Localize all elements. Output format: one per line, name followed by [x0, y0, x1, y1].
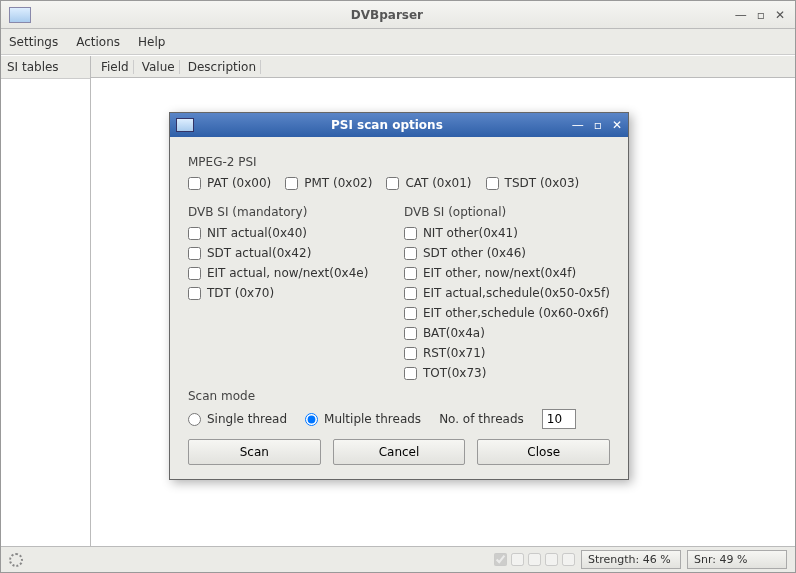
main-window: DVBparser — ▫ ✕ Settings Actions Help SI… — [0, 0, 796, 573]
dvb-optional-col: DVB SI (optional) NIT other(0x41) SDT ot… — [404, 199, 610, 383]
group-dvb-optional-label: DVB SI (optional) — [404, 205, 610, 219]
group-mpeg2psi-label: MPEG-2 PSI — [188, 155, 610, 169]
scan-mode-row: Single thread Multiple threads No. of th… — [188, 409, 610, 429]
window-title: DVBparser — [39, 8, 735, 22]
main-panel: Field Value Description PSI scan options… — [91, 56, 795, 546]
check-eit-other-nownext[interactable]: EIT other, now/next(0x4f) — [404, 263, 610, 283]
col-value: Value — [138, 60, 180, 74]
check-sdt-other[interactable]: SDT other (0x46) — [404, 243, 610, 263]
check-tot-input[interactable] — [404, 367, 417, 380]
scan-button[interactable]: Scan — [188, 439, 321, 465]
cancel-button[interactable]: Cancel — [333, 439, 466, 465]
status-check-1[interactable] — [494, 553, 507, 566]
scan-mode-label: Scan mode — [188, 389, 610, 403]
status-strength: Strength: 46 % — [581, 550, 681, 569]
status-bar: Strength: 46 % Snr: 49 % — [1, 546, 795, 572]
status-check-3[interactable] — [528, 553, 541, 566]
columns-header: Field Value Description — [91, 56, 795, 78]
col-description: Description — [184, 60, 261, 74]
check-eit-other-schedule-input[interactable] — [404, 307, 417, 320]
sidebar-header: SI tables — [1, 56, 90, 79]
check-tdt[interactable]: TDT (0x70) — [188, 283, 384, 303]
dialog-controls: — ▫ ✕ — [572, 118, 622, 132]
radio-single-thread[interactable]: Single thread — [188, 412, 287, 426]
check-pmt[interactable]: PMT (0x02) — [285, 173, 372, 193]
check-sdt-other-input[interactable] — [404, 247, 417, 260]
dialog-close-button[interactable]: ✕ — [612, 118, 622, 132]
dvb-mandatory-col: DVB SI (mandatory) NIT actual(0x40) SDT … — [188, 199, 384, 383]
radio-multiple-threads[interactable]: Multiple threads — [305, 412, 421, 426]
check-nit-actual[interactable]: NIT actual(0x40) — [188, 223, 384, 243]
maximize-button[interactable]: ▫ — [757, 8, 765, 22]
threads-label: No. of threads — [439, 412, 524, 426]
check-rst[interactable]: RST(0x71) — [404, 343, 610, 363]
status-check-2[interactable] — [511, 553, 524, 566]
radio-multiple-threads-input[interactable] — [305, 413, 318, 426]
grid-body: PSI scan options — ▫ ✕ MPEG-2 PSI PAT (0… — [91, 78, 795, 546]
check-pmt-input[interactable] — [285, 177, 298, 190]
menu-help[interactable]: Help — [138, 35, 165, 49]
check-eit-other-nownext-input[interactable] — [404, 267, 417, 280]
spinner-icon — [9, 553, 23, 567]
content-area: SI tables Field Value Description PSI sc… — [1, 55, 795, 546]
check-nit-actual-input[interactable] — [188, 227, 201, 240]
menu-settings[interactable]: Settings — [9, 35, 58, 49]
main-titlebar: DVBparser — ▫ ✕ — [1, 1, 795, 29]
menubar: Settings Actions Help — [1, 29, 795, 55]
check-pat[interactable]: PAT (0x00) — [188, 173, 271, 193]
check-sdt-actual-input[interactable] — [188, 247, 201, 260]
close-dialog-button[interactable]: Close — [477, 439, 610, 465]
menu-actions[interactable]: Actions — [76, 35, 120, 49]
dialog-maximize-button[interactable]: ▫ — [594, 118, 602, 132]
check-bat[interactable]: BAT(0x4a) — [404, 323, 610, 343]
app-icon — [9, 7, 31, 23]
check-eit-other-schedule[interactable]: EIT other,schedule (0x60-0x6f) — [404, 303, 610, 323]
check-nit-other-input[interactable] — [404, 227, 417, 240]
sidebar: SI tables — [1, 56, 91, 546]
radio-single-thread-input[interactable] — [188, 413, 201, 426]
group-mpeg2psi: PAT (0x00) PMT (0x02) CAT (0x01) TSDT (0… — [188, 173, 610, 193]
check-cat-input[interactable] — [386, 177, 399, 190]
threads-input[interactable] — [542, 409, 576, 429]
check-cat[interactable]: CAT (0x01) — [386, 173, 471, 193]
dialog-buttons: Scan Cancel Close — [188, 439, 610, 465]
dialog-titlebar[interactable]: PSI scan options — ▫ ✕ — [170, 113, 628, 137]
group-dvb-mandatory-label: DVB SI (mandatory) — [188, 205, 384, 219]
dvb-columns: DVB SI (mandatory) NIT actual(0x40) SDT … — [188, 199, 610, 383]
dialog-minimize-button[interactable]: — — [572, 118, 584, 132]
check-rst-input[interactable] — [404, 347, 417, 360]
window-controls: — ▫ ✕ — [735, 8, 785, 22]
dialog-title: PSI scan options — [202, 118, 572, 132]
status-checks — [494, 553, 575, 566]
dialog-icon — [176, 118, 194, 132]
check-pat-input[interactable] — [188, 177, 201, 190]
status-snr: Snr: 49 % — [687, 550, 787, 569]
minimize-button[interactable]: — — [735, 8, 747, 22]
psi-scan-dialog: PSI scan options — ▫ ✕ MPEG-2 PSI PAT (0… — [169, 112, 629, 480]
check-bat-input[interactable] — [404, 327, 417, 340]
check-eit-actual-schedule[interactable]: EIT actual,schedule(0x50-0x5f) — [404, 283, 610, 303]
close-button[interactable]: ✕ — [775, 8, 785, 22]
check-tot[interactable]: TOT(0x73) — [404, 363, 610, 383]
check-eit-actual-nownext[interactable]: EIT actual, now/next(0x4e) — [188, 263, 384, 283]
check-nit-other[interactable]: NIT other(0x41) — [404, 223, 610, 243]
status-check-5[interactable] — [562, 553, 575, 566]
check-tdt-input[interactable] — [188, 287, 201, 300]
dialog-body: MPEG-2 PSI PAT (0x00) PMT (0x02) CAT (0x… — [170, 137, 628, 479]
col-field: Field — [97, 60, 134, 74]
status-check-4[interactable] — [545, 553, 558, 566]
check-eit-actual-schedule-input[interactable] — [404, 287, 417, 300]
check-tsdt-input[interactable] — [486, 177, 499, 190]
check-sdt-actual[interactable]: SDT actual(0x42) — [188, 243, 384, 263]
check-eit-actual-nownext-input[interactable] — [188, 267, 201, 280]
check-tsdt[interactable]: TSDT (0x03) — [486, 173, 580, 193]
